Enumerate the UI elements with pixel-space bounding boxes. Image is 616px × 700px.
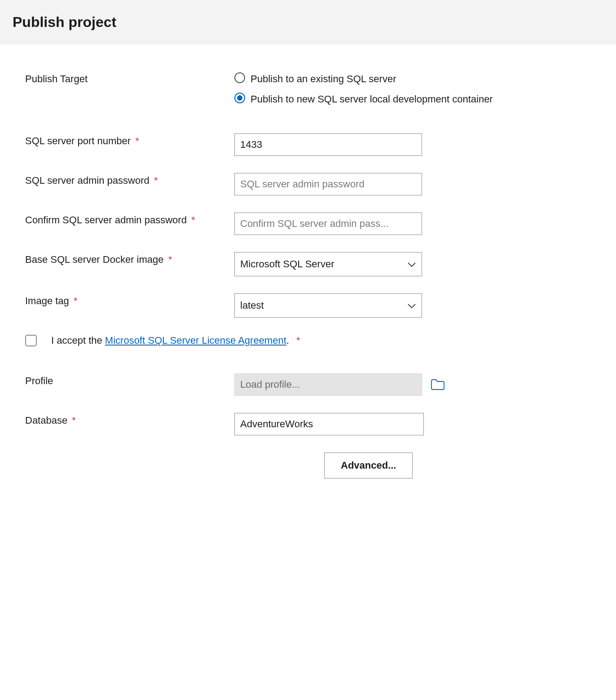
license-link[interactable]: Microsoft SQL Server License Agreement	[105, 335, 286, 346]
port-input[interactable]	[234, 133, 422, 156]
license-label: I accept the Microsoft SQL Server Licens…	[51, 335, 300, 346]
required-marker: *	[191, 214, 195, 226]
required-marker: *	[72, 415, 76, 426]
image-tag-label: Image tag *	[25, 293, 234, 307]
image-tag-row: Image tag * latest	[25, 293, 591, 318]
advanced-button[interactable]: Advanced...	[324, 452, 413, 478]
select-display: latest	[234, 293, 422, 318]
license-prefix: I accept the	[51, 335, 105, 346]
required-marker: *	[296, 335, 300, 346]
port-label: SQL server port number *	[25, 133, 234, 147]
confirm-password-control	[234, 213, 591, 235]
image-tag-control: latest	[234, 293, 591, 318]
docker-image-select[interactable]: Microsoft SQL Server	[234, 252, 422, 276]
publish-target-radio-group: Publish to an existing SQL server Publis…	[234, 71, 591, 106]
required-marker: *	[168, 254, 172, 265]
confirm-password-input[interactable]	[234, 213, 422, 235]
profile-row: Profile Load profile...	[25, 373, 591, 396]
confirm-password-label: Confirm SQL server admin password *	[25, 213, 234, 226]
radio-label: Publish to new SQL server local developm…	[251, 92, 493, 106]
profile-label: Profile	[25, 373, 234, 387]
publish-target-controls: Publish to an existing SQL server Publis…	[234, 71, 591, 106]
label-text: Image tag	[25, 295, 69, 306]
select-value: latest	[240, 300, 264, 311]
admin-password-label: SQL server admin password *	[25, 173, 234, 186]
confirm-password-row: Confirm SQL server admin password *	[25, 213, 591, 235]
profile-placeholder: Load profile...	[240, 379, 300, 390]
label-text: Base SQL server Docker image	[25, 254, 164, 265]
license-row: I accept the Microsoft SQL Server Licens…	[25, 335, 591, 346]
label-text: SQL server port number	[25, 135, 131, 146]
publish-target-row: Publish Target Publish to an existing SQ…	[25, 71, 591, 106]
admin-password-input[interactable]	[234, 173, 422, 195]
folder-icon	[431, 379, 444, 390]
port-row: SQL server port number *	[25, 133, 591, 156]
profile-controls: Load profile...	[234, 373, 591, 396]
radio-label: Publish to an existing SQL server	[251, 71, 396, 86]
radio-button-icon	[234, 93, 245, 103]
profile-input[interactable]: Load profile...	[234, 373, 422, 396]
license-suffix: .	[286, 335, 289, 346]
radio-button-icon	[234, 72, 245, 83]
docker-image-label: Base SQL server Docker image *	[25, 252, 234, 266]
image-tag-select[interactable]: latest	[234, 293, 422, 318]
browse-folder-button[interactable]	[431, 379, 444, 390]
required-marker: *	[154, 175, 158, 186]
required-marker: *	[135, 135, 139, 146]
database-label: Database *	[25, 413, 234, 426]
advanced-button-row: Advanced...	[324, 452, 591, 478]
radio-new-container[interactable]: Publish to new SQL server local developm…	[234, 92, 591, 106]
dialog-title: Publish project	[13, 14, 116, 31]
label-text: Confirm SQL server admin password	[25, 214, 187, 226]
database-input[interactable]	[234, 413, 424, 435]
label-text: SQL server admin password	[25, 175, 150, 186]
database-row: Database *	[25, 413, 591, 435]
publish-target-label: Publish Target	[25, 71, 234, 85]
radio-selected-dot	[237, 95, 242, 101]
select-value: Microsoft SQL Server	[240, 258, 334, 270]
form-content: Publish Target Publish to an existing SQ…	[0, 44, 616, 496]
select-display: Microsoft SQL Server	[234, 252, 422, 276]
license-checkbox[interactable]	[25, 335, 37, 346]
database-control	[234, 413, 591, 435]
docker-image-row: Base SQL server Docker image * Microsoft…	[25, 252, 591, 276]
required-marker: *	[74, 295, 78, 306]
admin-password-control	[234, 173, 591, 195]
port-control	[234, 133, 591, 156]
label-text: Database	[25, 415, 67, 426]
dialog-header: Publish project	[0, 0, 616, 44]
docker-image-control: Microsoft SQL Server	[234, 252, 591, 276]
radio-existing-server[interactable]: Publish to an existing SQL server	[234, 71, 591, 86]
admin-password-row: SQL server admin password *	[25, 173, 591, 195]
